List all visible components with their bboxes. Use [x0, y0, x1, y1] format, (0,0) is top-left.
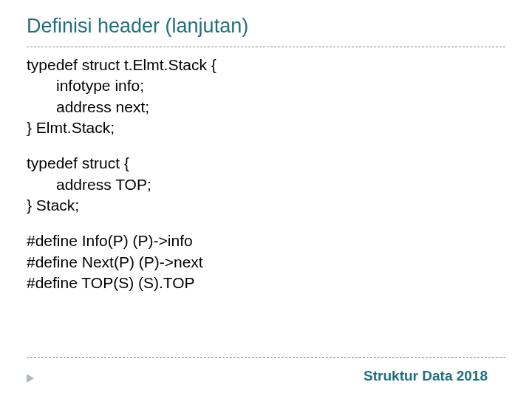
code-block-elmtstack: typedef struct t.Elmt.Stack { infotype i…: [27, 55, 505, 138]
code-line: address next;: [27, 97, 505, 117]
slide-title: Definisi header (lanjutan): [27, 15, 505, 42]
content: typedef struct t.Elmt.Stack { infotype i…: [27, 55, 505, 293]
code-line: } Elmt.Stack;: [27, 117, 505, 138]
footer-text: Struktur Data 2018: [364, 368, 488, 384]
code-line: } Stack;: [27, 195, 505, 216]
divider-bottom: [27, 357, 505, 358]
code-line: typedef struct t.Elmt.Stack {: [27, 55, 505, 75]
code-line: #define Next(P) (P)->next: [27, 252, 505, 273]
divider-top: [27, 47, 505, 47]
code-line: #define Info(P) (P)->info: [27, 231, 505, 251]
code-line: typedef struct {: [27, 153, 505, 174]
code-line: #define TOP(S) (S).TOP: [27, 273, 505, 293]
code-line: address TOP;: [27, 174, 505, 195]
code-block-stack: typedef struct { address TOP; } Stack;: [27, 153, 505, 216]
code-line: infotype info;: [27, 75, 505, 96]
code-block-defines: #define Info(P) (P)->info #define Next(P…: [27, 231, 505, 293]
slide: Definisi header (lanjutan) typedef struc…: [0, 0, 532, 399]
arrow-icon: [27, 374, 34, 383]
